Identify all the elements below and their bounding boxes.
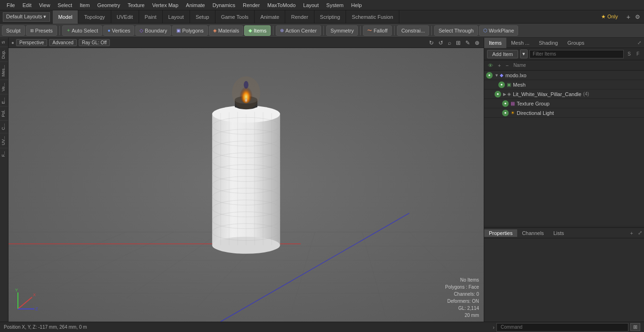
tab-topology[interactable]: Topology (78, 10, 111, 24)
select-through-button[interactable]: Select Through (434, 25, 478, 36)
rp-tab-shading[interactable]: Shading (534, 38, 562, 48)
left-tab-s[interactable]: S (0, 38, 8, 47)
star-only-label[interactable]: ★ Only (597, 13, 622, 21)
separator-4 (360, 26, 361, 35)
perspective-button[interactable]: Perspective (16, 39, 47, 46)
vertices-button[interactable]: ● Vertices (103, 25, 134, 36)
rp-tab-groups[interactable]: Groups (562, 38, 589, 48)
list-item[interactable]: ● ▣ Mesh (484, 80, 644, 89)
action-center-button[interactable]: ⊕ Action Center (276, 25, 321, 36)
add-icon[interactable]: + (496, 62, 503, 69)
maximize-icon[interactable]: ⊕ (473, 39, 481, 47)
items-label: Items (254, 28, 266, 33)
list-item[interactable]: ● ☀ Directional Light (484, 108, 644, 118)
list-item[interactable]: ● ▦ Texture Group (484, 99, 644, 108)
rp-tab-items[interactable]: Items (484, 38, 506, 48)
menu-texture[interactable]: Texture (124, 1, 149, 9)
command-run-button[interactable]: ⊞ (630, 323, 640, 331)
tab-scripting[interactable]: Scripting (314, 10, 347, 24)
item-visibility-toggle[interactable]: ● (502, 100, 509, 107)
materials-label: Materials (218, 28, 239, 33)
menu-dynamics[interactable]: Dynamics (209, 1, 239, 9)
constraints-button[interactable]: Constrai... (397, 25, 429, 36)
left-tab-f[interactable]: F... (0, 148, 8, 160)
menu-file[interactable]: File (3, 1, 19, 9)
settings-icon[interactable]: ⚙ (635, 14, 640, 20)
menu-help[interactable]: Help (347, 1, 366, 9)
expand-button[interactable]: F (635, 51, 641, 57)
prop-tab-lists[interactable]: Lists (549, 229, 569, 237)
tab-uvedit[interactable]: UVEdit (111, 10, 139, 24)
prop-tab-channels[interactable]: Channels (517, 229, 548, 237)
menu-vertex-map[interactable]: Vertex Map (149, 1, 182, 9)
falloff-button[interactable]: 〜 Falloff (363, 25, 392, 36)
left-tab-uv[interactable]: UV... (0, 133, 8, 148)
visibility-toggle[interactable]: 👁 (486, 62, 495, 69)
item-visibility-toggle[interactable]: ● (502, 110, 509, 116)
tree-toggle[interactable]: ▼ (495, 73, 499, 78)
zoom-icon[interactable]: ⌕ (446, 39, 453, 47)
prop-expand-button[interactable]: ⤢ (636, 230, 644, 236)
rotate-right-icon[interactable]: ↻ (428, 39, 435, 47)
grid-icon[interactable]: ⊞ (454, 39, 462, 47)
filter-items-input[interactable] (529, 50, 624, 58)
menu-animate[interactable]: Animate (182, 1, 208, 9)
tab-model[interactable]: Model (53, 10, 79, 24)
ray-gl-button[interactable]: Ray GL: Off (79, 39, 110, 46)
left-tab-c[interactable]: C... (0, 120, 8, 133)
tab-layout[interactable]: Layout (163, 10, 190, 24)
rotate-left-icon[interactable]: ↺ (437, 39, 445, 47)
sort-button[interactable]: S (626, 51, 633, 57)
auto-select-button[interactable]: ✦ Auto Select (62, 25, 102, 36)
toggle-icon[interactable]: ● (11, 40, 14, 45)
menu-system[interactable]: System (322, 1, 347, 9)
add-layout-button[interactable]: + (624, 13, 633, 21)
polygons-button[interactable]: ▣ Polygons (172, 25, 207, 36)
tab-game-tools[interactable]: Game Tools (215, 10, 255, 24)
boundary-button[interactable]: ◇ Boundary (135, 25, 171, 36)
viewport-3d[interactable]: No Items Polygons : Face Channels: 0 Def… (8, 48, 484, 322)
left-tab-e[interactable]: E... (0, 94, 8, 107)
default-layout-select[interactable]: Default Layouts ▾ (3, 12, 50, 22)
command-input[interactable] (496, 323, 628, 332)
workplane-button[interactable]: ⬡ WorkPlane (479, 25, 519, 36)
minus-icon[interactable]: − (504, 62, 510, 69)
presets-button[interactable]: ⊞ Presets (26, 25, 57, 36)
menu-layout[interactable]: Layout (299, 1, 322, 9)
menu-select[interactable]: Select (54, 1, 76, 9)
add-item-dropdown[interactable]: ▾ (520, 49, 528, 58)
left-tab-mes[interactable]: Mes... (0, 62, 8, 80)
list-item[interactable]: ● ▼ ◆ modo.lxo (484, 71, 644, 80)
tab-schematic-fusion[interactable]: Schematic Fusion (346, 10, 399, 24)
menu-render[interactable]: Render (239, 1, 264, 9)
tree-toggle[interactable]: ▶ (503, 92, 506, 97)
item-visibility-toggle[interactable]: ● (486, 72, 493, 79)
items-button[interactable]: ◆ Items (244, 25, 271, 36)
add-item-button[interactable]: Add Item (487, 50, 518, 58)
tab-paint[interactable]: Paint (139, 10, 163, 24)
sculpt-button[interactable]: Sculpt (2, 25, 25, 36)
menu-item[interactable]: Item (76, 1, 93, 9)
tab-animate[interactable]: Animate (255, 10, 285, 24)
menu-edit[interactable]: Edit (19, 1, 35, 9)
item-visibility-toggle[interactable]: ● (495, 91, 501, 97)
menu-maxtomodo[interactable]: MaxToModo (264, 1, 299, 9)
advanced-button[interactable]: Advanced (49, 39, 76, 46)
tab-setup[interactable]: Setup (190, 10, 215, 24)
prop-add-button[interactable]: + (627, 230, 636, 236)
edit-icon[interactable]: ✎ (464, 39, 471, 47)
symmetry-button[interactable]: Symmetry (326, 25, 358, 36)
boundary-label: Boundary (145, 28, 167, 33)
menu-view[interactable]: View (35, 1, 54, 9)
tab-render[interactable]: Render (285, 10, 314, 24)
item-visibility-toggle[interactable]: ● (498, 81, 505, 88)
menu-geometry[interactable]: Geometry (93, 1, 124, 9)
right-panel-expand[interactable]: ⤢ (635, 40, 644, 45)
left-tab-ve[interactable]: Ve... (0, 80, 8, 94)
left-tab-dup[interactable]: Dup. (0, 47, 8, 62)
prop-tab-properties[interactable]: Properties (484, 229, 517, 237)
rp-tab-mesh[interactable]: Mesh ... (506, 38, 534, 48)
left-tab-pol[interactable]: Pol. (0, 106, 8, 120)
list-item[interactable]: ● ▶ ◈ Lit_White_Wax_Pillar_Candle (4) (484, 89, 644, 99)
materials-button[interactable]: ◈ Materials (209, 25, 244, 36)
